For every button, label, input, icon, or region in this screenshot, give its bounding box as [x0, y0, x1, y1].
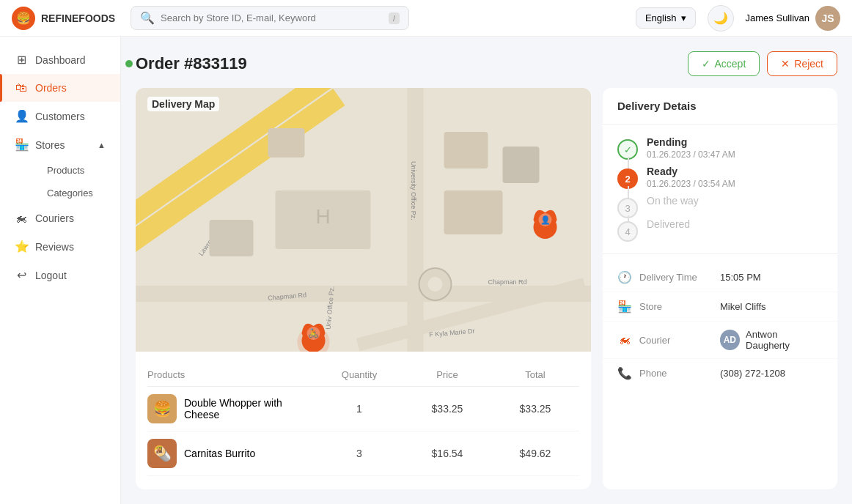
- timeline-content-ontheway: On the way: [647, 195, 823, 212]
- status-timeline: ✓ Pending 01.26.2023 / 03:47 AM 2: [603, 125, 837, 253]
- sidebar-item-categories[interactable]: Categories: [35, 182, 120, 204]
- content-area: Order #833119 ✓ Accept ✕ Reject Delivery…: [121, 37, 852, 504]
- product-name-1: Carnitas Burrito: [184, 448, 255, 459]
- svg-text:University Office Pz.: University Office Pz.: [410, 161, 417, 220]
- search-bar[interactable]: 🔍 /: [131, 6, 409, 30]
- sidebar-item-products[interactable]: Products: [35, 159, 120, 182]
- language-label: English: [645, 12, 677, 23]
- couriers-icon: 🏍: [15, 212, 28, 225]
- sidebar-label-orders: Orders: [35, 82, 67, 94]
- info-row-courier: 🏍 Courier AD Antwon Daugherty: [603, 322, 837, 359]
- svg-text:👤: 👤: [540, 215, 551, 225]
- accept-button[interactable]: ✓ Accept: [688, 51, 760, 76]
- store-icon: 🏪: [617, 300, 632, 314]
- phone-value: (308) 272-1208: [720, 368, 785, 379]
- phone-icon: 📞: [617, 366, 632, 380]
- sidebar-label-stores: Stores: [35, 139, 65, 151]
- product-qty-0: 1: [315, 403, 403, 415]
- courier-icon: 🏍: [617, 333, 632, 346]
- logo-area: 🍔 REFINEFOODS: [12, 7, 122, 30]
- header-right: English ▾ 🌙 James Sullivan JS: [636, 5, 840, 32]
- product-image: 🌯: [147, 439, 177, 468]
- delivery-info: 🕐 Delivery Time 15:05 PM 🏪 Store Mikel C…: [603, 253, 837, 396]
- search-input[interactable]: [161, 12, 383, 23]
- page-header: Order #833119 ✓ Accept ✕ Reject: [136, 51, 837, 76]
- map-section: Delivery Map: [136, 88, 591, 352]
- timeline-item-delivered: 4 Delivered: [617, 218, 823, 242]
- sidebar-item-orders[interactable]: 🛍 Orders: [0, 74, 120, 102]
- sidebar-label-products: Products: [47, 165, 84, 176]
- col-price: Price: [403, 369, 491, 380]
- theme-toggle-button[interactable]: 🌙: [708, 5, 734, 32]
- product-cell: 🍔 Double Whopper with Cheese: [147, 394, 315, 423]
- map-label: Delivery Map: [147, 97, 219, 111]
- x-circle-icon: ✕: [781, 58, 790, 70]
- main-layout: ⊞ Dashboard 🛍 Orders 👤 Customers 🏪 Store…: [0, 37, 852, 504]
- delivery-title: Delivery Detais: [603, 88, 837, 125]
- timeline-icon-delivered: 4: [617, 221, 638, 242]
- svg-rect-15: [444, 132, 488, 168]
- timeline-content-ready: Ready 01.26.2023 / 03:54 AM: [647, 166, 823, 195]
- sidebar-label-customers: Customers: [35, 111, 85, 122]
- product-name-0: Double Whopper with Cheese: [184, 397, 315, 420]
- timeline-content-delivered: Delivered: [647, 218, 823, 233]
- svg-text:🚴: 🚴: [308, 327, 319, 338]
- col-quantity: Quantity: [315, 369, 403, 380]
- sidebar-item-dashboard[interactable]: ⊞ Dashboard: [0, 45, 120, 74]
- avatar: JS: [815, 6, 840, 31]
- sidebar-item-stores[interactable]: 🏪 Stores ▲: [0, 130, 120, 159]
- sidebar: ⊞ Dashboard 🛍 Orders 👤 Customers 🏪 Store…: [0, 37, 121, 504]
- timeline-status-pending: Pending: [647, 136, 823, 148]
- user-area[interactable]: James Sullivan JS: [746, 6, 840, 31]
- product-price-1: $16.54: [403, 448, 491, 459]
- svg-rect-16: [503, 147, 540, 183]
- table-header: Products Quantity Price Total: [147, 363, 579, 387]
- page-title: Order #833119: [136, 54, 247, 73]
- products-table: Products Quantity Price Total 🍔 Double W…: [136, 352, 591, 488]
- product-emoji-1: 🌯: [153, 445, 172, 462]
- sidebar-item-reviews[interactable]: ⭐ Reviews: [0, 232, 120, 261]
- slash-badge: /: [389, 12, 400, 24]
- order-body: Delivery Map: [136, 88, 837, 489]
- timeline-item-pending: ✓ Pending 01.26.2023 / 03:47 AM: [617, 136, 823, 166]
- store-value: Mikel Cliffs: [720, 301, 766, 312]
- timeline-time-pending: 01.26.2023 / 03:47 AM: [647, 149, 823, 160]
- header-actions: ✓ Accept ✕ Reject: [688, 51, 838, 76]
- stores-submenu: Products Categories: [0, 159, 120, 204]
- reject-button[interactable]: ✕ Reject: [767, 51, 837, 76]
- timeline-item-ontheway: 3 On the way: [617, 195, 823, 218]
- phone-label: Phone: [639, 368, 713, 379]
- search-icon: 🔍: [140, 11, 155, 25]
- svg-rect-17: [210, 220, 254, 256]
- sidebar-label-reviews: Reviews: [35, 241, 74, 253]
- reject-label: Reject: [794, 58, 823, 70]
- moon-icon: 🌙: [713, 11, 728, 25]
- delivery-panel: Delivery Detais ✓ Pending 01.26.2023 / 0…: [603, 88, 837, 489]
- sidebar-label-dashboard: Dashboard: [35, 54, 86, 66]
- sidebar-item-logout[interactable]: ↩ Logout: [0, 261, 120, 289]
- table-row: 🌯 Carnitas Burrito 3 $16.54 $49.62: [147, 431, 579, 476]
- delivery-time-label: Delivery Time: [639, 272, 713, 283]
- product-total-0: $33.25: [491, 403, 579, 415]
- language-selector[interactable]: English ▾: [636, 7, 696, 29]
- header: 🍔 REFINEFOODS 🔍 / English ▾ 🌙 James Sull…: [0, 0, 852, 37]
- svg-rect-18: [268, 128, 305, 158]
- col-products: Products: [147, 369, 315, 380]
- sidebar-item-customers[interactable]: 👤 Customers: [0, 102, 120, 130]
- clock-icon: 🕐: [617, 270, 632, 284]
- product-emoji-0: 🍔: [153, 400, 172, 418]
- status-dot: [125, 60, 133, 67]
- delivery-time-value: 15:05 PM: [720, 272, 761, 283]
- svg-rect-14: [444, 190, 503, 234]
- check-circle-icon: ✓: [702, 58, 710, 70]
- svg-point-20: [428, 277, 443, 292]
- timeline-status-ready: Ready: [647, 166, 823, 177]
- stores-icon: 🏪: [15, 138, 28, 152]
- store-label: Store: [639, 301, 713, 312]
- customers-icon: 👤: [15, 109, 28, 123]
- sidebar-label-couriers: Couriers: [35, 212, 74, 224]
- product-image: 🍔: [147, 394, 177, 423]
- sidebar-item-couriers[interactable]: 🏍 Couriers: [0, 204, 120, 232]
- svg-text:H: H: [315, 205, 330, 228]
- logout-icon: ↩: [15, 268, 28, 282]
